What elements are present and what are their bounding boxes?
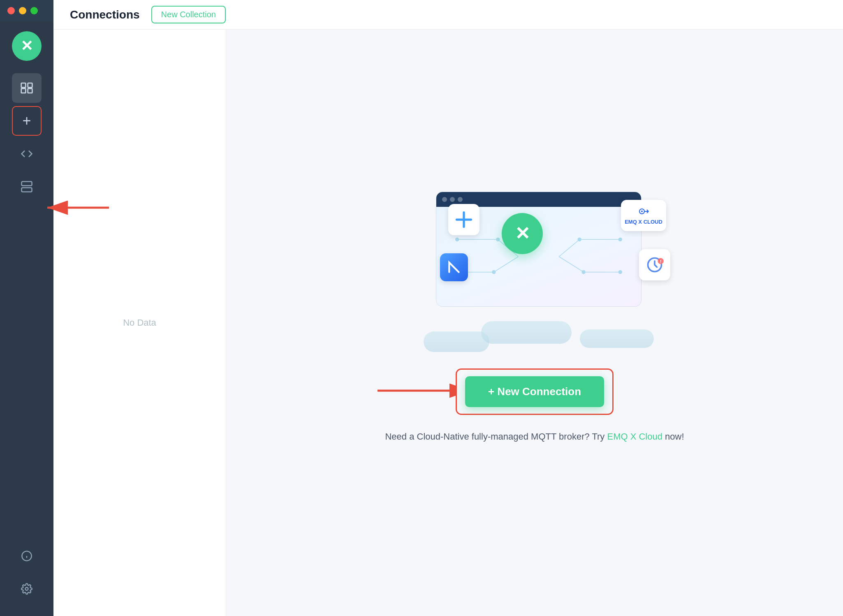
traffic-light-red[interactable] [7,7,15,14]
svg-rect-0 [21,83,26,88]
svg-rect-4 [22,182,32,186]
sidebar: ✕ + [0,0,53,616]
empty-state-panel: ✕ [226,30,843,616]
logo-symbol: ✕ [21,39,33,53]
no-data-label: No Data [123,317,156,328]
new-connection-highlight-box: + New Connection [456,368,614,415]
new-collection-button[interactable]: New Collection [151,6,226,23]
center-logo: ✕ [502,213,543,254]
bottom-text-after: now! [662,431,684,442]
svg-point-11 [25,588,28,591]
svg-point-26 [578,238,581,241]
arrow-right-annotation [373,376,456,407]
connections-list: No Data [53,30,226,616]
svg-line-19 [494,257,519,272]
sidebar-item-settings[interactable] [12,574,42,604]
svg-point-25 [496,238,500,241]
svg-point-24 [618,270,622,273]
svg-point-27 [492,270,496,273]
emq-label: EMQ X CLOUD [625,219,662,225]
svg-rect-3 [28,88,32,93]
plugin-icon-link [440,253,468,281]
cloud-1 [424,331,489,352]
center-logo-symbol: ✕ [515,225,530,243]
add-icon: + [22,113,31,128]
sidebar-item-code[interactable] [12,139,42,169]
svg-rect-2 [21,88,26,93]
sidebar-bottom [12,541,42,604]
browser-dot-2 [450,197,455,202]
sidebar-item-data[interactable] [12,172,42,201]
illustration: ✕ [391,179,679,352]
page-title: Connections [70,8,140,21]
sidebar-navigation: + [0,73,53,541]
content-area: No Data [53,30,843,616]
browser-dot-3 [458,197,463,202]
browser-dot-1 [442,197,447,202]
arrow-left-annotation [39,195,113,220]
svg-line-18 [559,239,580,257]
new-connection-button[interactable]: + New Connection [465,376,604,407]
plugin-icon-clock: ! [639,249,670,280]
svg-point-22 [618,238,622,241]
traffic-light-yellow[interactable] [19,7,26,14]
svg-point-28 [582,270,585,273]
svg-point-21 [456,238,459,241]
traffic-light-green[interactable] [30,7,38,14]
sidebar-item-add[interactable]: + [12,106,42,136]
new-connection-area: + New Connection [456,368,614,415]
svg-text:!: ! [660,259,662,264]
svg-point-30 [641,211,643,212]
svg-rect-1 [28,83,32,88]
sidebar-item-info[interactable] [12,541,42,571]
emq-x-cloud-link[interactable]: EMQ X Cloud [607,431,662,442]
cloud-3 [481,321,572,344]
svg-rect-5 [22,188,32,192]
sidebar-item-connections[interactable] [12,73,42,103]
app-logo: ✕ [12,31,42,61]
bottom-text-before: Need a Cloud-Native fully-managed MQTT b… [385,431,607,442]
plugin-icon-cross [448,204,479,235]
titlebar [0,0,53,21]
bottom-description: Need a Cloud-Native fully-managed MQTT b… [385,431,684,442]
cloud-2 [580,329,654,348]
main-content: Connections New Collection No Data [53,0,843,616]
header: Connections New Collection [53,0,843,30]
plugin-icon-emq: EMQ X CLOUD [621,200,666,231]
svg-line-20 [559,257,584,272]
